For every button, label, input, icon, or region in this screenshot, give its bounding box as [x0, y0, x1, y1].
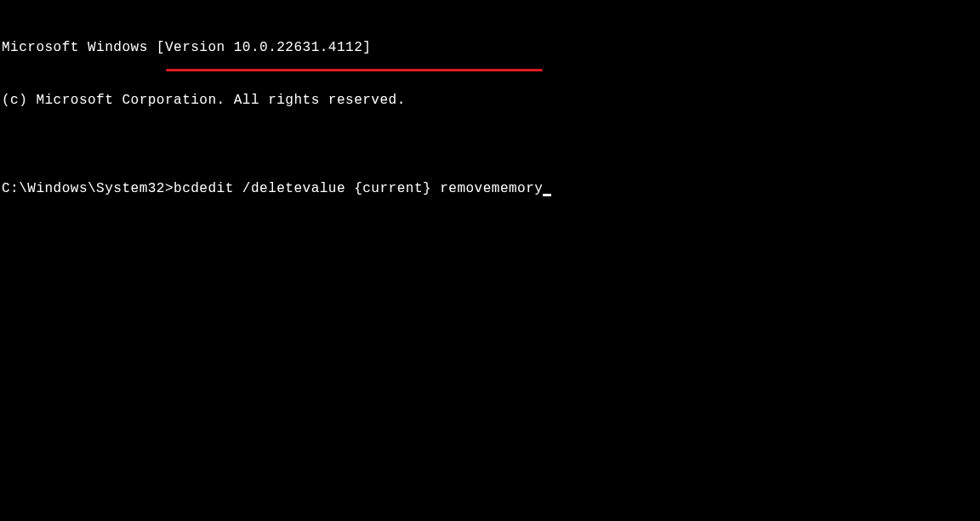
annotation-underline	[166, 69, 543, 71]
banner-line-1: Microsoft Windows [Version 10.0.22631.41…	[2, 39, 978, 57]
cursor-icon	[543, 194, 551, 196]
prompt-text: C:\Windows\System32>	[2, 181, 174, 196]
banner-line-2: (c) Microsoft Corporation. All rights re…	[2, 92, 978, 110]
command-text: bcdedit /deletevalue {current} removemem…	[174, 181, 543, 196]
prompt-line[interactable]: C:\Windows\System32>bcdedit /deletevalue…	[2, 180, 978, 198]
terminal-output[interactable]: Microsoft Windows [Version 10.0.22631.41…	[2, 3, 978, 216]
